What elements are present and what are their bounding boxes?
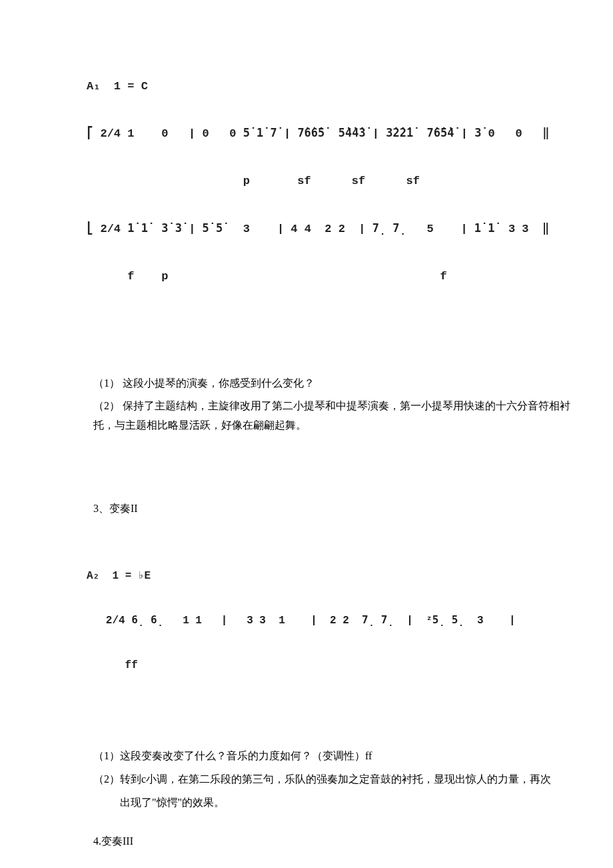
score-a1-dyn1: p sf sf sf xyxy=(87,173,573,189)
q2-2: （2）转到c小调，在第二乐段的第三句，乐队的强奏加之定音鼓的衬托，显现出惊人的力… xyxy=(93,770,573,789)
score-a2-dyn1: ff xyxy=(87,658,573,673)
score-a2-line1: 2/4 6̣ 6̣ 1 1 | 3 3 1 | 2 2 7̣ 7̣ | ᶻ5̣ … xyxy=(87,613,573,628)
document-page: A₁ 1 = C ⎡ 2/4 1 0 | 0 0 5̇ 1̇ 7̇ | 7̇6̇… xyxy=(0,0,613,868)
q2-3: 出现了"惊愕"的效果。 xyxy=(120,793,573,813)
q1-1: （1） 这段小提琴的演奏，你感受到什么变化？ xyxy=(93,374,573,393)
score-a1-dyn2: f p f xyxy=(87,269,573,285)
q2-1: （1）这段变奏改变了什么？音乐的力度如何？（变调性）ff xyxy=(93,747,573,766)
score-a2: A₂ 1 = ♭E 2/4 6̣ 6̣ 1 1 | 3 3 1 | 2 2 7̣… xyxy=(87,539,573,703)
score-a1: A₁ 1 = C ⎡ 2/4 1 0 | 0 0 5̇ 1̇ 7̇ | 7̇6̇… xyxy=(87,47,573,317)
score-a1-line1: ⎡ 2/4 1 0 | 0 0 5̇ 1̇ 7̇ | 7̇6̇6̇5̇ 5̇4̇… xyxy=(87,126,573,142)
q1-2: （2） 保持了主题结构，主旋律改用了第二小提琴和中提琴演奏，第一小提琴用快速的十… xyxy=(93,397,573,435)
score-a2-label: A₂ 1 = ♭E xyxy=(87,569,573,583)
section-3-title: 3、变奏II xyxy=(93,499,573,519)
score-a1-label: A₁ 1 = C xyxy=(87,79,573,95)
section-4-title: 4.变奏III xyxy=(93,832,573,851)
score-a1-line2: ⎣ 2/4 1̇ 1̇ 3̇ 3̇ | 5̇ 5̇ 3 | 4 4 2 2 | … xyxy=(87,221,573,237)
